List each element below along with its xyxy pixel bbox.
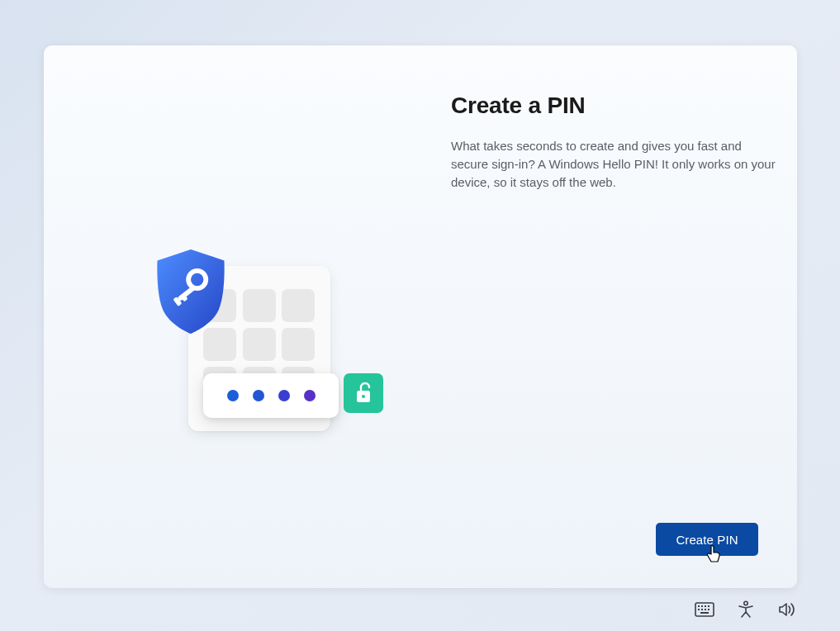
setup-card: Create a PIN What takes seconds to creat… (44, 45, 797, 588)
page-title: Create a PIN (451, 93, 781, 119)
keypad-key (282, 289, 315, 322)
page-description: What takes seconds to create and gives y… (451, 137, 781, 191)
keypad-key (282, 328, 315, 361)
svg-rect-11 (698, 609, 700, 610)
svg-rect-12 (701, 609, 703, 610)
svg-rect-13 (705, 609, 706, 610)
pin-dot (253, 390, 264, 401)
keypad-key (243, 328, 276, 361)
shield-key-icon (150, 248, 231, 335)
keyboard-icon[interactable] (695, 600, 714, 619)
create-pin-button[interactable]: Create PIN (656, 523, 758, 556)
keypad-key (243, 289, 276, 322)
svg-rect-7 (698, 605, 700, 607)
svg-rect-10 (708, 605, 709, 607)
pin-dot (227, 390, 239, 401)
svg-point-16 (744, 601, 747, 605)
unlock-icon (354, 382, 373, 404)
system-tray (695, 600, 797, 619)
pin-dot (304, 390, 316, 401)
svg-point-5 (362, 395, 365, 398)
accessibility-icon[interactable] (736, 600, 756, 619)
svg-rect-15 (700, 612, 709, 614)
svg-rect-14 (708, 609, 709, 610)
svg-rect-9 (705, 605, 706, 607)
pin-dots-row (203, 373, 339, 418)
pin-illustration (118, 231, 382, 454)
unlock-badge (344, 373, 383, 413)
content-area: Create a PIN What takes seconds to creat… (451, 93, 781, 191)
svg-rect-8 (701, 605, 703, 607)
pin-dot (278, 390, 290, 401)
volume-icon[interactable] (777, 600, 797, 619)
